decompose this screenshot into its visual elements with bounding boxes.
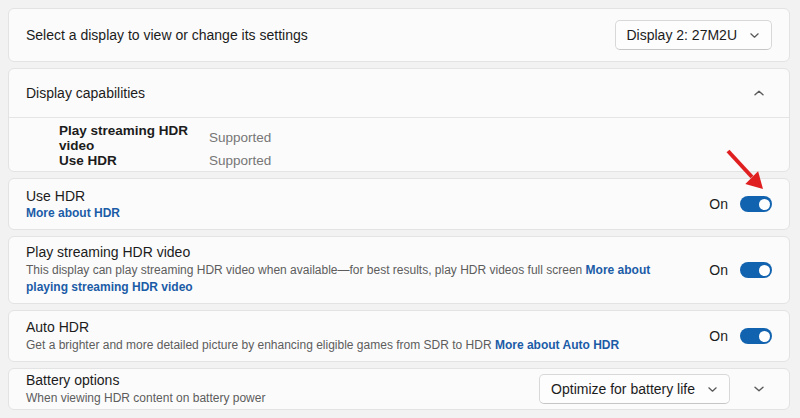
battery-options-card: Battery options When viewing HDR content… [8,368,790,410]
more-about-auto-hdr-link[interactable]: More about Auto HDR [495,338,619,352]
toggle-knob [759,199,770,210]
auto-hdr-control: On [709,328,772,344]
play-streaming-description-text: This display can play streaming HDR vide… [26,263,582,277]
use-hdr-toggle[interactable] [740,196,772,212]
battery-options-text: Battery options When viewing HDR content… [26,372,265,407]
auto-hdr-card: Auto HDR Get a brighter and more detaile… [8,310,790,362]
hdr-settings-page: Select a display to view or change its s… [0,0,800,418]
display-capabilities-card: Display capabilities Play streaming HDR … [8,68,790,172]
use-hdr-control: On [709,196,772,212]
collapse-expander-button[interactable] [746,80,772,106]
battery-options-control: Optimize for battery life [539,374,772,404]
toggle-state-label: On [709,328,728,344]
capability-label: Play streaming HDR video [59,123,209,153]
chevron-down-icon [749,30,760,41]
auto-hdr-toggle[interactable] [740,328,772,344]
display-capabilities-body: Play streaming HDR video Supported Use H… [9,117,789,172]
capability-value: Supported [209,153,271,168]
battery-options-dropdown[interactable]: Optimize for battery life [539,374,730,404]
auto-hdr-text: Auto HDR Get a brighter and more detaile… [26,319,619,354]
display-selector-value: Display 2: 27M2U [627,27,738,43]
more-about-hdr-link[interactable]: More about HDR [26,206,120,220]
display-capabilities-title: Display capabilities [26,85,145,101]
play-streaming-toggle[interactable] [740,262,772,278]
capability-value: Supported [209,130,271,145]
capability-label: Use HDR [59,153,209,168]
chevron-down-icon [707,384,718,395]
play-streaming-title: Play streaming HDR video [26,244,676,260]
play-streaming-text: Play streaming HDR video This display ca… [26,244,676,296]
display-selector-label: Select a display to view or change its s… [26,27,308,43]
capability-row: Use HDR Supported [59,149,789,172]
display-capabilities-header[interactable]: Display capabilities [9,69,789,117]
use-hdr-card: Use HDR More about HDR On [8,178,790,230]
chevron-up-icon [753,87,765,99]
battery-options-title: Battery options [26,372,265,388]
toggle-knob [759,265,770,276]
play-streaming-description: This display can play streaming HDR vide… [26,262,676,296]
auto-hdr-description: Get a brighter and more detailed picture… [26,337,619,354]
display-selector-card: Select a display to view or change its s… [8,8,790,62]
use-hdr-title: Use HDR [26,188,120,204]
auto-hdr-description-text: Get a brighter and more detailed picture… [26,338,492,352]
toggle-state-label: On [709,262,728,278]
expand-expander-button[interactable] [746,376,772,402]
play-streaming-control: On [709,262,772,278]
battery-options-value: Optimize for battery life [551,381,695,397]
play-streaming-hdr-card: Play streaming HDR video This display ca… [8,236,790,304]
use-hdr-text: Use HDR More about HDR [26,188,120,220]
capability-row: Play streaming HDR video Supported [59,126,789,149]
settings-card-stack: Select a display to view or change its s… [8,8,790,410]
display-selector-dropdown[interactable]: Display 2: 27M2U [615,20,773,50]
auto-hdr-title: Auto HDR [26,319,619,335]
battery-options-description: When viewing HDR content on battery powe… [26,390,265,407]
toggle-knob [759,331,770,342]
chevron-down-icon [753,383,765,395]
toggle-state-label: On [709,196,728,212]
